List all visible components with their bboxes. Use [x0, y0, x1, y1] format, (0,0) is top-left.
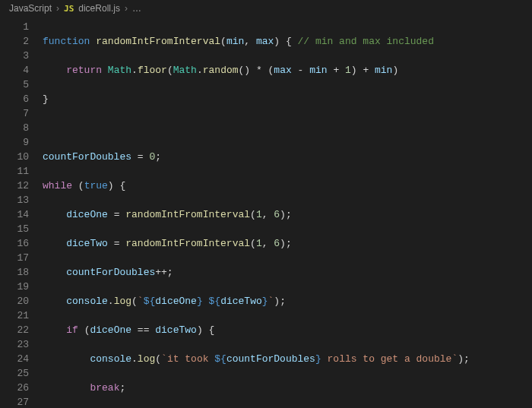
- line-number: 22: [0, 323, 29, 337]
- breadcrumb-file[interactable]: diceRoll.js: [78, 3, 120, 14]
- line-number-gutter: 1 2 3 4 5 6 7 8 9 10 11 12 13 14 15 16 1…: [0, 17, 40, 408]
- line-number: 19: [0, 280, 29, 294]
- line-number: 3: [0, 49, 29, 63]
- line-number: 2: [0, 34, 29, 49]
- code-line[interactable]: while (true) {: [43, 179, 470, 193]
- chevron-right-icon: ›: [56, 3, 59, 14]
- code-line[interactable]: break;: [43, 381, 470, 395]
- line-number: 4: [0, 63, 29, 77]
- line-number: 8: [0, 121, 29, 135]
- js-file-icon: JS: [64, 4, 74, 14]
- line-number: 18: [0, 265, 29, 280]
- line-number: 21: [0, 308, 29, 323]
- line-number: 25: [0, 366, 29, 381]
- code-line[interactable]: }: [43, 92, 470, 106]
- line-number: 23: [0, 337, 29, 352]
- code-area[interactable]: function randomIntFromInterval(min, max)…: [40, 17, 470, 408]
- line-number: 17: [0, 251, 29, 265]
- line-number: 7: [0, 106, 29, 121]
- breadcrumb-folder[interactable]: JavaScript: [9, 3, 52, 14]
- line-number: 5: [0, 77, 29, 92]
- line-number: 14: [0, 207, 29, 222]
- code-line[interactable]: diceOne = randomIntFromInterval(1, 6);: [43, 207, 470, 222]
- breadcrumb[interactable]: JavaScript › JS diceRoll.js › …: [0, 0, 532, 17]
- code-line[interactable]: [43, 121, 470, 135]
- breadcrumb-more[interactable]: …: [132, 3, 141, 14]
- code-line[interactable]: return Math.floor(Math.random() * (max -…: [43, 63, 470, 77]
- code-line[interactable]: diceTwo = randomIntFromInterval(1, 6);: [43, 236, 470, 251]
- chevron-right-icon: ›: [125, 3, 128, 14]
- line-number: 10: [0, 150, 29, 164]
- code-line[interactable]: console.log(`${diceOne} ${diceTwo}`);: [43, 294, 470, 308]
- line-number: 26: [0, 381, 29, 395]
- code-line[interactable]: countForDoubles = 0;: [43, 150, 470, 164]
- line-number: 27: [0, 395, 29, 408]
- line-number: 16: [0, 236, 29, 251]
- code-line[interactable]: console.log(`it took ${countForDoubles} …: [43, 352, 470, 366]
- line-number: 13: [0, 193, 29, 207]
- line-number: 24: [0, 352, 29, 366]
- line-number: 20: [0, 294, 29, 308]
- line-number: 1: [0, 20, 29, 34]
- code-line[interactable]: function randomIntFromInterval(min, max)…: [43, 34, 470, 49]
- line-number: 15: [0, 222, 29, 236]
- line-number: 12: [0, 179, 29, 193]
- line-number: 11: [0, 164, 29, 179]
- code-line[interactable]: countForDoubles++;: [43, 265, 470, 280]
- code-editor[interactable]: 1 2 3 4 5 6 7 8 9 10 11 12 13 14 15 16 1…: [0, 17, 532, 408]
- line-number: 6: [0, 92, 29, 106]
- line-number: 9: [0, 135, 29, 150]
- code-line[interactable]: if (diceOne == diceTwo) {: [43, 323, 470, 337]
